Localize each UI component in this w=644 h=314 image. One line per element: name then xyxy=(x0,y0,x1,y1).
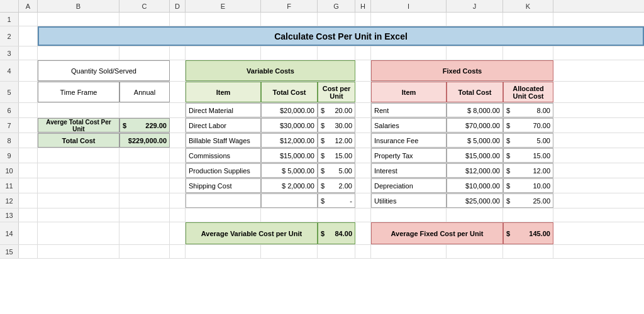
cell-a11 xyxy=(19,178,38,193)
cell-f15 xyxy=(261,245,318,258)
cell-h6 xyxy=(355,103,371,117)
cell-d7 xyxy=(170,118,186,133)
col-header-k: K xyxy=(503,0,553,12)
col-header-f: F xyxy=(261,0,318,12)
cell-b1 xyxy=(38,13,119,26)
cell-b14 xyxy=(38,222,119,244)
cell-k15 xyxy=(503,245,553,258)
cell-b3 xyxy=(38,46,119,60)
cell-b9 xyxy=(38,148,119,163)
vc-col-unit: Cost per Unit xyxy=(318,82,355,102)
cell-h15 xyxy=(355,245,371,258)
cell-b15 xyxy=(38,245,119,258)
fc-unit-6: $10.00 xyxy=(503,178,553,193)
rownum-7: 7 xyxy=(0,118,19,133)
fc-unit-7: $25.00 xyxy=(503,193,553,208)
cell-j15 xyxy=(447,245,503,258)
col-header-d: D xyxy=(170,0,186,12)
cell-h13 xyxy=(355,208,371,222)
vc-unit-5: $5.00 xyxy=(318,163,355,178)
cell-d4 xyxy=(170,60,186,81)
cell-h4 xyxy=(355,60,371,81)
rownum-9: 9 xyxy=(0,148,19,163)
col-header-b: B xyxy=(38,0,119,12)
cell-d11 xyxy=(170,178,186,193)
qty-label: Quantity Sold/Served xyxy=(38,60,170,81)
fc-unit-1: $8.00 xyxy=(503,103,553,117)
rows-area: 1 2 Calculate Cost Per Unit in Excel 3 xyxy=(0,13,644,314)
vc-unit-6: $2.00 xyxy=(318,178,355,193)
rownum-11: 11 xyxy=(0,178,19,193)
cell-d10 xyxy=(170,163,186,178)
cell-c11 xyxy=(119,178,170,193)
cell-e1 xyxy=(186,13,261,26)
fc-total-3: $ 5,000.00 xyxy=(447,133,503,148)
fc-col-total: Total Cost xyxy=(447,82,503,102)
cell-h8 xyxy=(355,133,371,148)
cell-h9 xyxy=(355,148,371,163)
cell-e13 xyxy=(186,208,261,222)
rownum-5: 5 xyxy=(0,82,19,102)
page-title: Calculate Cost Per Unit in Excel xyxy=(42,31,640,41)
cell-a10 xyxy=(19,163,38,178)
rownum-3: 3 xyxy=(0,46,19,60)
col-header-j: J xyxy=(447,0,503,12)
fc-unit-5: $12.00 xyxy=(503,163,553,178)
rownum-15: 15 xyxy=(0,245,19,258)
cell-j13 xyxy=(447,208,503,222)
vc-total-2: $30,000.00 xyxy=(261,118,318,133)
vc-header: Variable Costs xyxy=(186,60,355,81)
cell-c3 xyxy=(119,46,170,60)
cell-d6 xyxy=(170,103,186,117)
col-header-e: E xyxy=(186,0,261,12)
cell-i3 xyxy=(371,46,447,60)
vc-col-total: Total Cost xyxy=(261,82,318,102)
row-6: 6 Direct Material $20,000.00 $20.00 Rent… xyxy=(0,103,644,118)
row-3: 3 xyxy=(0,46,644,60)
vc-footer-label: Average Variable Cost per Unit xyxy=(186,222,318,244)
cell-f13 xyxy=(261,208,318,222)
cell-k1 xyxy=(503,13,553,26)
fc-item-4: Property Tax xyxy=(371,148,447,163)
row-14: 14 Average Variable Cost per Unit $ 84.0… xyxy=(0,222,644,245)
cell-d9 xyxy=(170,148,186,163)
cell-h10 xyxy=(355,163,371,178)
vc-unit-3: $12.00 xyxy=(318,133,355,148)
cell-e3 xyxy=(186,46,261,60)
fc-unit-2: $70.00 xyxy=(503,118,553,133)
cell-a3 xyxy=(19,46,38,60)
vc-total-7 xyxy=(261,193,318,208)
fc-item-7: Utilities xyxy=(371,193,447,208)
fc-unit-3: $5.00 xyxy=(503,133,553,148)
cell-a7 xyxy=(19,118,38,133)
cell-g3 xyxy=(318,46,355,60)
cell-c10 xyxy=(119,163,170,178)
row-9: 9 Commissions $15,000.00 $15.00 Property… xyxy=(0,148,644,163)
cell-c6 xyxy=(119,103,170,117)
fc-total-6: $10,000.00 xyxy=(447,178,503,193)
cell-h11 xyxy=(355,178,371,193)
cell-a8 xyxy=(19,133,38,148)
cell-a5 xyxy=(19,82,38,102)
total-value: $229,000.00 xyxy=(119,133,170,148)
total-label: Total Cost xyxy=(38,133,119,148)
cell-h14 xyxy=(355,222,371,244)
spreadsheet: A B C D E F G H I J K 1 2 xyxy=(0,0,644,314)
cell-b6 xyxy=(38,103,119,117)
cell-c13 xyxy=(119,208,170,222)
fc-header: Fixed Costs xyxy=(371,60,553,81)
row-7: 7 Averge Total Cost Per Unit $ 229.00 Di… xyxy=(0,118,644,133)
rownum-13: 13 xyxy=(0,208,19,222)
fc-item-5: Interest xyxy=(371,163,447,178)
cell-a15 xyxy=(19,245,38,258)
fc-col-unit: Allocated Unit Cost xyxy=(503,82,553,102)
cell-a6 xyxy=(19,103,38,117)
cell-d14 xyxy=(170,222,186,244)
cell-k13 xyxy=(503,208,553,222)
vc-total-5: $ 5,000.00 xyxy=(261,163,318,178)
fc-total-5: $12,000.00 xyxy=(447,163,503,178)
cell-h1 xyxy=(355,13,371,26)
fc-item-2: Salaries xyxy=(371,118,447,133)
cell-c15 xyxy=(119,245,170,258)
cell-g1 xyxy=(318,13,355,26)
